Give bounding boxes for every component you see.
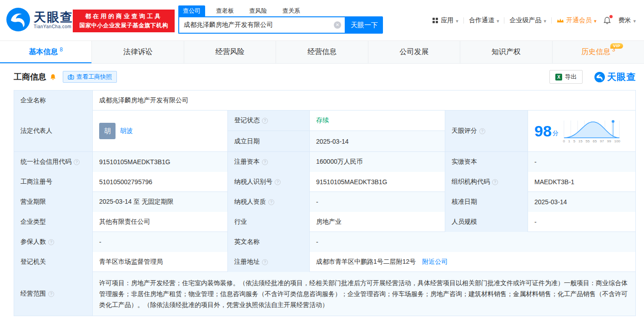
search-input[interactable] <box>179 17 345 33</box>
nearby-companies-link[interactable]: 附近公司 <box>422 258 448 266</box>
table-row: 企业类型 其他有限责任公司 行业 房地产业 人员规模 - <box>14 212 635 232</box>
field-label-text: 天眼评分 <box>452 127 477 135</box>
section-header: 工商信息 查看工商快照 导出 天眼查 <box>0 64 644 88</box>
top-nav: 应用 合作通道 企业级产品 开通会员 费米 <box>432 0 636 41</box>
chevron-down-icon <box>633 17 636 24</box>
tab-legal-proceedings[interactable]: 法律诉讼 <box>91 41 183 63</box>
help-icon[interactable] <box>48 291 54 297</box>
help-icon[interactable] <box>48 239 54 245</box>
subscribe-bell[interactable] <box>50 73 56 81</box>
search-area: 查公司 查老板 查风险 查关系 天眼一下 <box>178 5 383 34</box>
field-label: 统一社会信用代码 <box>14 152 93 172</box>
nav-cooperation[interactable]: 合作通道 <box>469 16 499 25</box>
crown-icon <box>557 18 564 23</box>
nav-user[interactable]: 费米 <box>618 16 636 25</box>
table-row: 营业期限 2025-03-14 至 无固定期限 纳税人资质 - 核准日期 202… <box>14 192 635 212</box>
help-icon[interactable] <box>262 118 268 124</box>
search-tab-company[interactable]: 查公司 <box>178 5 205 16</box>
chevron-down-icon <box>497 17 499 24</box>
tianyancha-logo-icon <box>6 8 30 31</box>
field-label: 注册地址 <box>228 252 310 272</box>
field-label: 登记状态 <box>228 111 310 131</box>
search-tab-boss[interactable]: 查老板 <box>211 5 238 16</box>
score-value: 98 <box>534 123 552 139</box>
field-label: 法定代表人 <box>14 111 93 151</box>
field-label: 参保人数 <box>14 232 93 252</box>
axis-tick: 99 <box>607 139 611 143</box>
field-label-text: 企业名称 <box>20 96 46 105</box>
field-value: 胡 胡波 <box>93 111 228 151</box>
company-name-value: 成都兆泽麟房地产开发有限公司 <box>99 96 188 105</box>
nav-enterprise-label: 企业级产品 <box>509 16 541 25</box>
table-row: 参保人数 - 英文名称 - <box>14 232 635 252</box>
tab-operating-info[interactable]: 经营信息 <box>276 41 367 63</box>
search-button[interactable]: 天眼一下 <box>346 16 383 34</box>
field-label-text: 经营范围 <box>20 290 46 298</box>
field-value: - <box>93 232 228 252</box>
field-label: 营业期限 <box>14 192 93 212</box>
nav-enterprise-products[interactable]: 企业级产品 <box>509 16 546 25</box>
field-label-text: 纳税人识别号 <box>234 178 272 186</box>
table-subrow: 成立日期 2025-03-14 <box>228 131 445 151</box>
field-label-text: 营业期限 <box>20 198 46 206</box>
field-label: 核准日期 <box>445 192 528 212</box>
org-code-value: MAEDKT3B-1 <box>534 178 574 186</box>
table-row: 法定代表人 胡 胡波 登记状态 存续 成立日期 2025-03-1 <box>14 111 635 152</box>
tab-history-info[interactable]: 历史信息 3 VIP <box>552 41 644 63</box>
help-icon[interactable] <box>275 179 281 185</box>
help-icon[interactable] <box>268 199 274 205</box>
tab-label: 历史信息 <box>581 47 610 57</box>
tab-label: 知识产权 <box>492 47 521 57</box>
nav-vip-membership[interactable]: 开通会员 <box>557 16 597 25</box>
help-icon[interactable] <box>74 159 80 165</box>
establish-date-value: 2025-03-14 <box>316 138 349 145</box>
tianyancha-logo-icon <box>594 72 605 82</box>
vip-badge: VIP <box>610 43 623 49</box>
nav-cooperation-label: 合作通道 <box>469 16 494 25</box>
export-button[interactable]: 导出 <box>549 70 583 84</box>
help-icon[interactable] <box>262 159 268 165</box>
mid-column: 登记状态 存续 成立日期 2025-03-14 <box>228 111 445 151</box>
avatar[interactable]: 胡 <box>99 123 116 139</box>
tab-basic-info[interactable]: 基本信息 8 <box>0 41 91 63</box>
table-row: 统一社会信用代码 91510105MAEDKT3B1G 注册资本 160000万… <box>14 152 635 172</box>
axis-tick: 15 <box>579 139 583 143</box>
field-label: 工商注册号 <box>14 172 93 192</box>
excel-icon <box>555 74 562 81</box>
help-icon[interactable] <box>262 259 268 265</box>
logo-title: 天眼查 <box>34 10 73 24</box>
tianyancha-logo[interactable]: 天眼查 TianYanCha.com <box>6 8 73 31</box>
approval-date-value: 2025-03-14 <box>534 198 567 206</box>
tab-label: 公司发展 <box>399 47 428 57</box>
header: 天眼查 TianYanCha.com 都在用的商业查询工具 国家中小企业发展子基… <box>0 0 644 41</box>
nav-apps-label: 应用 <box>441 16 453 25</box>
field-label: 实缴资本 <box>445 152 528 172</box>
search-tab-relation[interactable]: 查关系 <box>278 5 305 16</box>
field-label: 天眼评分 <box>445 111 528 151</box>
field-label-text: 英文名称 <box>234 238 260 246</box>
apps-grid-icon <box>432 17 438 24</box>
help-icon[interactable] <box>479 128 485 134</box>
tab-operating-risk[interactable]: 经营风险 <box>184 41 276 63</box>
tab-count: 8 <box>60 46 63 53</box>
field-label: 行业 <box>228 212 310 232</box>
paid-capital-value: - <box>534 158 537 166</box>
business-info-table: 企业名称 成都兆泽麟房地产开发有限公司 法定代表人 胡 胡波 登记状态 存续 <box>14 90 636 316</box>
snapshot-button[interactable]: 查看工商快照 <box>63 71 117 83</box>
score-axis: 0 1 5 15 55 65 97 99 100 <box>563 139 620 143</box>
tab-intellectual-property[interactable]: 知识产权 <box>460 41 552 63</box>
table-row: 企业名称 成都兆泽麟房地产开发有限公司 <box>14 91 635 111</box>
clear-icon[interactable] <box>334 21 341 29</box>
field-label: 纳税人资质 <box>228 192 310 212</box>
table-row: 工商注册号 510105002795796 纳税人识别号 91510105MAE… <box>14 172 635 192</box>
help-icon[interactable] <box>492 179 498 185</box>
field-label-text: 统一社会信用代码 <box>20 158 71 166</box>
search-tab-risk[interactable]: 查风险 <box>245 5 272 16</box>
notifications-bell[interactable] <box>603 16 611 25</box>
nav-apps[interactable]: 应用 <box>432 16 458 25</box>
legal-rep-link[interactable]: 胡波 <box>120 127 133 135</box>
tab-company-development[interactable]: 公司发展 <box>368 41 460 63</box>
table-row: 登记机关 青羊区市场监督管理局 注册地址 成都市青羊区中鹏路1号二层附12号 附… <box>14 252 635 272</box>
reg-authority-value: 青羊区市场监督管理局 <box>99 258 163 266</box>
field-label-text: 组织机构代码 <box>452 178 490 186</box>
